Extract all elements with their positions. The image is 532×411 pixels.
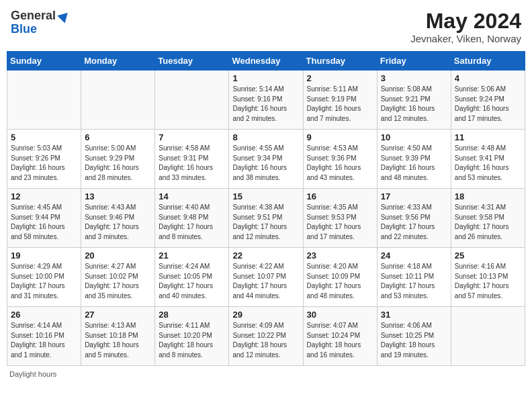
day-number: 2 xyxy=(307,73,373,83)
title-section: May 2024 Jevnaker, Viken, Norway xyxy=(410,9,521,44)
day-info: Sunrise: 4:50 AM Sunset: 9:39 PM Dayligh… xyxy=(381,144,447,183)
day-info: Sunrise: 4:06 AM Sunset: 10:25 PM Daylig… xyxy=(381,321,447,360)
day-info: Sunrise: 4:09 AM Sunset: 10:22 PM Daylig… xyxy=(232,321,299,360)
day-info: Sunrise: 5:00 AM Sunset: 9:29 PM Dayligh… xyxy=(85,144,151,183)
calendar-cell: 20Sunrise: 4:27 AM Sunset: 10:02 PM Dayl… xyxy=(81,248,155,307)
day-number: 10 xyxy=(381,132,447,142)
day-info: Sunrise: 4:48 AM Sunset: 9:41 PM Dayligh… xyxy=(455,144,521,183)
day-number: 15 xyxy=(232,191,299,201)
calendar-cell: 27Sunrise: 4:13 AM Sunset: 10:18 PM Dayl… xyxy=(81,307,155,366)
calendar-cell xyxy=(155,71,229,130)
day-info: Sunrise: 4:29 AM Sunset: 10:00 PM Daylig… xyxy=(11,262,77,301)
calendar-cell: 8Sunrise: 4:55 AM Sunset: 9:34 PM Daylig… xyxy=(229,130,303,189)
day-number: 30 xyxy=(307,310,373,320)
calendar-cell: 7Sunrise: 4:58 AM Sunset: 9:31 PM Daylig… xyxy=(155,130,229,189)
weekday-header-saturday: Saturday xyxy=(451,52,525,71)
calendar-cell: 16Sunrise: 4:35 AM Sunset: 9:53 PM Dayli… xyxy=(303,189,377,248)
day-info: Sunrise: 4:13 AM Sunset: 10:18 PM Daylig… xyxy=(85,321,151,360)
calendar-cell: 5Sunrise: 5:03 AM Sunset: 9:26 PM Daylig… xyxy=(7,130,81,189)
weekday-header-tuesday: Tuesday xyxy=(155,52,229,71)
week-row-1: 1Sunrise: 5:14 AM Sunset: 9:16 PM Daylig… xyxy=(7,71,525,130)
day-info: Sunrise: 4:55 AM Sunset: 9:34 PM Dayligh… xyxy=(232,144,299,183)
day-number: 12 xyxy=(11,191,77,201)
calendar-cell: 15Sunrise: 4:38 AM Sunset: 9:51 PM Dayli… xyxy=(229,189,303,248)
day-info: Sunrise: 4:07 AM Sunset: 10:24 PM Daylig… xyxy=(307,321,373,360)
day-number: 6 xyxy=(85,132,151,142)
day-info: Sunrise: 4:33 AM Sunset: 9:56 PM Dayligh… xyxy=(381,203,447,242)
day-info: Sunrise: 5:14 AM Sunset: 9:16 PM Dayligh… xyxy=(232,85,299,124)
calendar-header: SundayMondayTuesdayWednesdayThursdayFrid… xyxy=(7,52,525,71)
calendar-cell: 21Sunrise: 4:24 AM Sunset: 10:05 PM Dayl… xyxy=(155,248,229,307)
calendar-cell: 14Sunrise: 4:40 AM Sunset: 9:48 PM Dayli… xyxy=(155,189,229,248)
calendar-cell: 6Sunrise: 5:00 AM Sunset: 9:29 PM Daylig… xyxy=(81,130,155,189)
day-number: 8 xyxy=(232,132,299,142)
calendar-cell: 30Sunrise: 4:07 AM Sunset: 10:24 PM Dayl… xyxy=(303,307,377,366)
day-info: Sunrise: 4:40 AM Sunset: 9:48 PM Dayligh… xyxy=(159,203,225,242)
day-info: Sunrise: 5:03 AM Sunset: 9:26 PM Dayligh… xyxy=(11,144,77,183)
day-info: Sunrise: 4:31 AM Sunset: 9:58 PM Dayligh… xyxy=(455,203,521,242)
calendar-cell: 17Sunrise: 4:33 AM Sunset: 9:56 PM Dayli… xyxy=(377,189,451,248)
week-row-5: 26Sunrise: 4:14 AM Sunset: 10:16 PM Dayl… xyxy=(7,307,525,366)
day-info: Sunrise: 4:16 AM Sunset: 10:13 PM Daylig… xyxy=(455,262,521,301)
calendar-cell: 26Sunrise: 4:14 AM Sunset: 10:16 PM Dayl… xyxy=(7,307,81,366)
day-number: 19 xyxy=(11,250,77,261)
logo-icon xyxy=(57,9,71,23)
day-number: 5 xyxy=(11,132,77,142)
weekday-header-wednesday: Wednesday xyxy=(229,52,303,71)
calendar-cell: 2Sunrise: 5:11 AM Sunset: 9:19 PM Daylig… xyxy=(303,71,377,130)
week-row-2: 5Sunrise: 5:03 AM Sunset: 9:26 PM Daylig… xyxy=(7,130,525,189)
day-number: 31 xyxy=(381,310,447,320)
month-title: May 2024 xyxy=(410,9,521,33)
calendar-cell: 23Sunrise: 4:20 AM Sunset: 10:09 PM Dayl… xyxy=(303,248,377,307)
day-number: 3 xyxy=(381,73,447,83)
day-number: 7 xyxy=(159,132,225,142)
weekday-row: SundayMondayTuesdayWednesdayThursdayFrid… xyxy=(7,52,525,71)
calendar-cell: 19Sunrise: 4:29 AM Sunset: 10:00 PM Dayl… xyxy=(7,248,81,307)
calendar-cell xyxy=(451,307,525,366)
calendar-cell: 31Sunrise: 4:06 AM Sunset: 10:25 PM Dayl… xyxy=(377,307,451,366)
day-number: 1 xyxy=(232,73,299,83)
daylight-label: Daylight hours xyxy=(9,370,56,378)
weekday-header-sunday: Sunday xyxy=(7,52,81,71)
calendar-cell: 24Sunrise: 4:18 AM Sunset: 10:11 PM Dayl… xyxy=(377,248,451,307)
calendar-cell: 12Sunrise: 4:45 AM Sunset: 9:44 PM Dayli… xyxy=(7,189,81,248)
day-info: Sunrise: 4:45 AM Sunset: 9:44 PM Dayligh… xyxy=(11,203,77,242)
calendar-cell: 22Sunrise: 4:22 AM Sunset: 10:07 PM Dayl… xyxy=(229,248,303,307)
calendar-cell xyxy=(7,71,81,130)
day-info: Sunrise: 5:06 AM Sunset: 9:24 PM Dayligh… xyxy=(455,85,521,124)
day-number: 27 xyxy=(85,310,151,320)
calendar-cell: 13Sunrise: 4:43 AM Sunset: 9:46 PM Dayli… xyxy=(81,189,155,248)
day-info: Sunrise: 4:14 AM Sunset: 10:16 PM Daylig… xyxy=(11,321,77,360)
weekday-header-monday: Monday xyxy=(81,52,155,71)
calendar-body: 1Sunrise: 5:14 AM Sunset: 9:16 PM Daylig… xyxy=(7,71,525,366)
day-number: 26 xyxy=(11,310,77,320)
footer: Daylight hours xyxy=(7,370,525,378)
day-info: Sunrise: 4:35 AM Sunset: 9:53 PM Dayligh… xyxy=(307,203,373,242)
day-info: Sunrise: 4:20 AM Sunset: 10:09 PM Daylig… xyxy=(307,262,373,301)
day-number: 13 xyxy=(85,191,151,201)
day-info: Sunrise: 4:38 AM Sunset: 9:51 PM Dayligh… xyxy=(232,203,299,242)
logo: General Blue xyxy=(11,9,68,36)
day-info: Sunrise: 5:11 AM Sunset: 9:19 PM Dayligh… xyxy=(307,85,373,124)
day-info: Sunrise: 4:11 AM Sunset: 10:20 PM Daylig… xyxy=(159,321,225,360)
day-number: 29 xyxy=(232,310,299,320)
day-number: 11 xyxy=(455,132,521,142)
day-number: 4 xyxy=(455,73,521,83)
calendar-cell: 10Sunrise: 4:50 AM Sunset: 9:39 PM Dayli… xyxy=(377,130,451,189)
day-number: 23 xyxy=(307,250,373,261)
day-number: 14 xyxy=(159,191,225,201)
calendar-cell: 29Sunrise: 4:09 AM Sunset: 10:22 PM Dayl… xyxy=(229,307,303,366)
calendar-cell: 4Sunrise: 5:06 AM Sunset: 9:24 PM Daylig… xyxy=(451,71,525,130)
day-number: 9 xyxy=(307,132,373,142)
week-row-3: 12Sunrise: 4:45 AM Sunset: 9:44 PM Dayli… xyxy=(7,189,525,248)
day-number: 24 xyxy=(381,250,447,261)
week-row-4: 19Sunrise: 4:29 AM Sunset: 10:00 PM Dayl… xyxy=(7,248,525,307)
day-info: Sunrise: 4:22 AM Sunset: 10:07 PM Daylig… xyxy=(232,262,299,301)
day-info: Sunrise: 5:08 AM Sunset: 9:21 PM Dayligh… xyxy=(381,85,447,124)
page-header: General Blue May 2024 Jevnaker, Viken, N… xyxy=(7,7,525,47)
day-number: 22 xyxy=(232,250,299,261)
day-number: 18 xyxy=(455,191,521,201)
logo-general-text: General xyxy=(11,9,56,23)
day-number: 16 xyxy=(307,191,373,201)
calendar-cell xyxy=(81,71,155,130)
